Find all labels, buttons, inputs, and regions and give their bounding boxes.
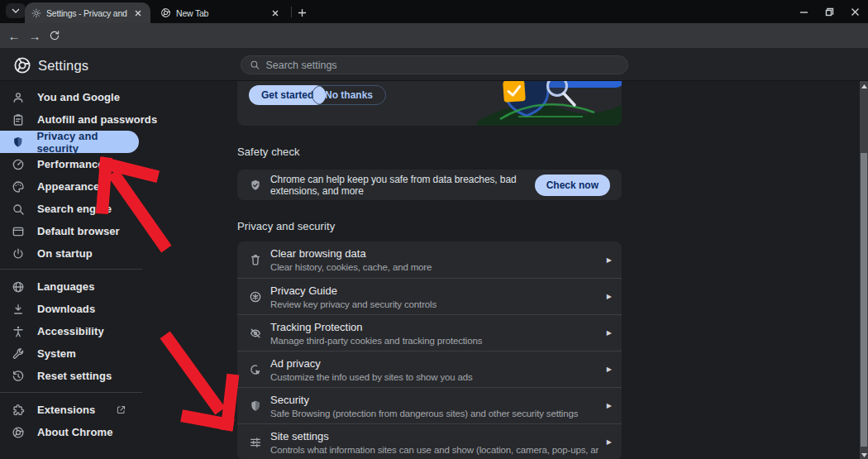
chevron-down-icon (12, 8, 20, 13)
history-icon (12, 370, 25, 383)
sidebar-item-accessibility[interactable]: Accessibility (0, 320, 198, 342)
sidebar-item-on-startup[interactable]: On startup (0, 242, 198, 265)
sidebar-item-performance[interactable]: Performance (0, 153, 198, 175)
privacy-guide-icon (249, 290, 262, 304)
chevron-right-icon: ▶ (607, 402, 612, 409)
chevron-right-icon: ▶ (607, 256, 612, 264)
search-icon (250, 60, 260, 70)
settings-chrome-logo (13, 56, 31, 74)
minimize-icon (799, 7, 808, 17)
reload-button[interactable] (45, 26, 64, 45)
safety-check-card: Chrome can help keep you safe from data … (237, 170, 622, 200)
row-title: Site settings (270, 430, 599, 442)
forward-button[interactable]: → (26, 26, 44, 45)
search-input[interactable] (265, 60, 619, 71)
sidebar-item-label: Appearance (37, 180, 99, 193)
close-icon (851, 7, 860, 17)
sidebar-item-privacy-and-security[interactable]: Privacy and security (0, 131, 139, 153)
sidebar-item-default-browser[interactable]: Default browser (0, 220, 198, 242)
tab-separator (291, 7, 292, 17)
scrollbar-thumb[interactable] (861, 153, 867, 447)
sidebar-item-system[interactable]: System (0, 342, 198, 365)
row-title: Security (270, 394, 599, 406)
row-subtitle: Controls what information sites can use … (270, 445, 599, 455)
chevron-right-icon: ▶ (607, 293, 612, 300)
browser-window-icon (12, 225, 25, 238)
chrome-icon (12, 426, 25, 439)
person-icon (12, 91, 25, 104)
trash-icon (249, 253, 262, 266)
tab-new-tab[interactable]: New Tab (154, 2, 288, 23)
row-clear-browsing-data[interactable]: Clear browsing data Clear history, cooki… (237, 241, 622, 278)
safety-check-promo-card: Get started No thanks (237, 81, 622, 126)
sidebar-item-you-and-google[interactable]: You and Google (0, 86, 198, 108)
settings-search[interactable] (241, 55, 628, 74)
browser-window: Settings - Privacy and security New Tab (0, 0, 868, 459)
row-subtitle: Review key privacy and security controls (270, 299, 599, 309)
sidebar-item-label: Extensions (37, 404, 95, 416)
tab-search-button[interactable] (6, 3, 26, 18)
globe-icon (12, 280, 25, 294)
accessibility-icon (12, 325, 25, 338)
sidebar-item-label: Performance (37, 158, 104, 170)
back-button[interactable]: ← (5, 26, 23, 45)
sidebar-item-label: Accessibility (37, 325, 104, 337)
tab-close-icon[interactable] (132, 7, 144, 19)
tab-settings[interactable]: Settings - Privacy and security (25, 2, 150, 23)
chevron-right-icon: ▶ (607, 438, 612, 446)
tab-title: Settings - Privacy and security (46, 8, 127, 18)
sidebar-item-appearance[interactable]: Appearance (0, 175, 198, 198)
tab-strip: Settings - Privacy and security New Tab (0, 0, 868, 23)
external-link-icon (116, 404, 126, 415)
check-now-button[interactable]: Check now (535, 175, 610, 196)
sidebar-item-about-chrome[interactable]: About Chrome (0, 421, 198, 443)
privacy-settings-card: Clear browsing data Clear history, cooki… (237, 241, 622, 459)
wrench-icon (12, 347, 25, 361)
download-icon (12, 303, 25, 316)
section-heading-privacy: Privacy and security (237, 220, 335, 232)
sidebar-item-label: System (37, 347, 76, 360)
sidebar-item-reset-settings[interactable]: Reset settings (0, 365, 198, 387)
row-ad-privacy[interactable]: Ad privacy Customize the info used by si… (237, 351, 622, 387)
sidebar-item-label: On startup (37, 247, 93, 260)
row-privacy-guide[interactable]: Privacy Guide Review key privacy and sec… (237, 278, 622, 314)
row-subtitle: Manage third-party cookies and tracking … (270, 336, 599, 346)
minimize-button[interactable] (791, 0, 817, 23)
puzzle-icon (12, 404, 25, 417)
window-controls (791, 0, 868, 23)
row-subtitle: Safe Browsing (protection from dangerous… (270, 409, 599, 418)
sidebar-item-search-engine[interactable]: Search engine (0, 198, 198, 220)
chevron-right-icon: ▶ (607, 366, 612, 373)
search-icon (12, 203, 25, 216)
sidebar-item-label: Privacy and security (36, 130, 139, 155)
scrollbar-down-icon[interactable] (860, 451, 868, 459)
sidebar-item-downloads[interactable]: Downloads (0, 298, 198, 320)
row-title: Privacy Guide (270, 284, 599, 297)
scrollbar-up-icon[interactable] (860, 82, 868, 90)
chrome-icon (160, 7, 171, 18)
row-tracking-protection[interactable]: Tracking Protection Manage third-party c… (237, 314, 622, 351)
no-thanks-button[interactable]: No thanks (312, 85, 386, 105)
shield-icon (12, 136, 24, 149)
tab-title: New Tab (176, 8, 265, 18)
new-tab-button[interactable] (295, 6, 308, 19)
plus-icon (298, 8, 307, 17)
sidebar-item-label: Languages (37, 280, 95, 293)
tune-icon (249, 436, 262, 449)
close-button[interactable] (842, 0, 868, 23)
sidebar-item-extensions[interactable]: Extensions (0, 399, 198, 421)
row-security[interactable]: Security Safe Browsing (protection from … (237, 387, 622, 423)
row-title: Tracking Protection (270, 321, 599, 333)
tab-close-icon[interactable] (269, 7, 281, 19)
speedometer-icon (12, 158, 25, 171)
row-subtitle: Customize the info used by sites to show… (270, 372, 599, 382)
row-title: Clear browsing data (270, 247, 599, 260)
row-site-settings[interactable]: Site settings Controls what information … (237, 423, 622, 459)
sidebar-item-autofill[interactable]: Autofill and passwords (0, 108, 198, 131)
safety-check-illustration (477, 81, 622, 126)
sidebar-item-languages[interactable]: Languages (0, 275, 198, 298)
section-heading-safety-check: Safety check (237, 146, 300, 158)
sidebar-item-label: Downloads (37, 303, 95, 315)
row-subtitle: Clear history, cookies, cache, and more (270, 262, 599, 272)
maximize-button[interactable] (817, 0, 842, 23)
